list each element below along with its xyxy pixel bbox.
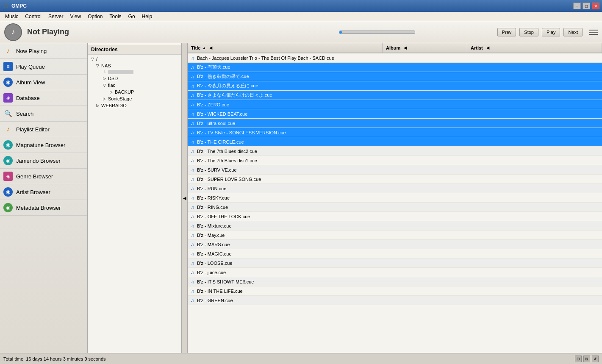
sidebar-item-now-playing[interactable]: ♪ Now Playing: [0, 43, 87, 59]
menu-control[interactable]: Control: [22, 13, 45, 20]
expand-icon[interactable]: ▷: [94, 103, 100, 108]
sidebar-item-metadata-browser[interactable]: ◉ Metadata Browser: [0, 200, 87, 216]
file-row[interactable]: ♫B'z - THE CIRCLE.cue: [188, 137, 602, 147]
file-music-icon: ♫: [188, 242, 197, 247]
dir-item-flac[interactable]: ▽ flac: [88, 82, 181, 89]
dir-item-backup[interactable]: ▷ BACKUP: [88, 89, 181, 95]
dir-item-dsd[interactable]: ▷ DSD: [88, 75, 181, 82]
file-row[interactable]: ♫B'z - juice.cue: [188, 268, 602, 277]
sidebar-label-search: Search: [16, 111, 33, 117]
file-music-icon: ♫: [188, 223, 197, 228]
window-controls: − □ ✕: [573, 3, 599, 9]
stop-button[interactable]: Stop: [519, 28, 538, 36]
col-resize-artist[interactable]: ◀: [485, 46, 491, 50]
file-row[interactable]: ♫B'z - MARS.cue: [188, 240, 602, 249]
jamendo-icon: ◉: [3, 156, 13, 165]
file-row[interactable]: ♫B'z - WICKED BEAT.cue: [188, 109, 602, 119]
col-header-title[interactable]: Title ▲ ◀: [188, 43, 383, 53]
directory-panel: Directories ▽ / ▽ NAS └ ▷ DSD ▽ flac: [88, 43, 182, 353]
file-row[interactable]: ♫B'z - OFF THE LOCK.cue: [188, 212, 602, 221]
file-name: B'z - SURVIVE.cue: [197, 167, 383, 172]
prev-button[interactable]: Prev: [497, 28, 516, 36]
menu-help[interactable]: Help: [139, 13, 156, 20]
menu-music[interactable]: Music: [2, 13, 22, 20]
file-row[interactable]: ♫B'z - SUPER LOVE SONG.cue: [188, 175, 602, 184]
col-resize-title[interactable]: ◀: [208, 46, 214, 50]
expand-icon[interactable]: ▽: [101, 83, 107, 87]
sidebar-item-album-view[interactable]: ◉ Album View: [0, 75, 87, 90]
dir-item-nas-sub[interactable]: └: [88, 69, 181, 75]
file-row[interactable]: ♫B'z - 熱き鼓動の果て.cue: [188, 72, 602, 81]
now-playing-icon: ♪: [3, 46, 13, 56]
menu-view[interactable]: View: [67, 13, 84, 20]
maximize-button[interactable]: □: [583, 3, 590, 9]
play-button[interactable]: Play: [542, 28, 560, 36]
col-header-album[interactable]: Album ◀: [383, 43, 467, 53]
file-row[interactable]: ♫B'z - TV Style - SONGLESS VERSION.cue: [188, 128, 602, 137]
dir-name: NAS: [101, 63, 111, 68]
sidebar-item-magnatune-browser[interactable]: ◉ Magnatune Browser: [0, 137, 87, 153]
file-row[interactable]: ♫B'z - The 7th Blues disc1.cue: [188, 156, 602, 165]
file-row[interactable]: ♫B'z - SURVIVE.cue: [188, 165, 602, 175]
file-row[interactable]: ♫B'z - RUN.cue: [188, 184, 602, 193]
main-area: ♪ Now Playing ≡ Play Queue ◉ Album View …: [0, 43, 602, 353]
menu-tools[interactable]: Tools: [106, 13, 125, 20]
close-button[interactable]: ✕: [592, 3, 599, 9]
collapse-button[interactable]: ◀: [182, 43, 188, 353]
file-row[interactable]: ♫B'z - MAGIC.cue: [188, 249, 602, 258]
file-row[interactable]: ♫B'z - ZERO.cue: [188, 100, 602, 109]
file-row[interactable]: ♫B'z - LOOSE.cue: [188, 258, 602, 268]
file-row[interactable]: ♫B'z - May.cue: [188, 231, 602, 240]
file-row[interactable]: ♫B'z - IT'S SHOWTIME!!.cue: [188, 277, 602, 286]
expand-icon[interactable]: ▷: [101, 97, 107, 101]
sidebar-item-playlist-editor[interactable]: ♪ Playlist Editor: [0, 122, 87, 137]
file-name: B'z - MARS.cue: [197, 242, 383, 247]
artist-icon: ◉: [3, 187, 13, 197]
file-music-icon: ♫: [188, 251, 197, 256]
expand-icon[interactable]: ▷: [108, 90, 114, 94]
dir-item-root[interactable]: ▽ /: [88, 56, 181, 62]
file-row[interactable]: ♫B'z - RISKY.cue: [188, 193, 602, 203]
sidebar-item-play-queue[interactable]: ≡ Play Queue: [0, 59, 87, 75]
sidebar-item-genre-browser[interactable]: ◈ Genre Browser: [0, 169, 87, 184]
menu-option[interactable]: Option: [84, 13, 106, 20]
file-row[interactable]: ♫Bach - Jacques Loussier Trio - The Best…: [188, 53, 602, 63]
dir-item-nas[interactable]: ▽ NAS: [88, 62, 181, 69]
statusbar: Total time: 16 days 14 hours 3 minutes 9…: [0, 353, 602, 364]
menu-icon[interactable]: [589, 28, 598, 36]
sidebar-item-jamendo-browser[interactable]: ◉ Jamendo Browser: [0, 153, 87, 169]
file-row[interactable]: ♫B'z - IN THE LIFE.cue: [188, 286, 602, 296]
col-resize-album[interactable]: ◀: [402, 46, 408, 50]
menu-server[interactable]: Server: [45, 13, 67, 20]
next-button[interactable]: Next: [563, 28, 583, 36]
file-row[interactable]: ♫B'z - さよなら傷だらけの日々よ.cue: [188, 91, 602, 100]
dir-item-webradio[interactable]: ▷ WEBRADIO: [88, 102, 181, 109]
file-row[interactable]: ♫B'z - The 7th Blues disc2.cue: [188, 147, 602, 156]
playlist-editor-icon: ♪: [3, 125, 13, 134]
file-name: B'z - さよなら傷だらけの日々よ.cue: [197, 92, 383, 98]
status-icon-1[interactable]: ⊟: [575, 356, 582, 362]
progress-bar[interactable]: [339, 31, 415, 34]
status-text: Total time: 16 days 14 hours 3 minutes 9…: [3, 356, 106, 361]
expand-icon[interactable]: ▷: [101, 76, 107, 81]
status-icon-2[interactable]: ⊠: [583, 356, 590, 362]
file-row[interactable]: ♫B'z - Mixture.cue: [188, 221, 602, 231]
file-row[interactable]: ♫B'z - RING.cue: [188, 203, 602, 212]
expand-icon[interactable]: ▽: [89, 57, 95, 61]
sidebar-item-search[interactable]: 🔍 Search: [0, 106, 87, 122]
sidebar-item-artist-browser[interactable]: ◉ Artist Browser: [0, 184, 87, 200]
dir-item-sonicstage[interactable]: ▷ SonicStage: [88, 95, 181, 102]
minimize-button[interactable]: −: [573, 3, 581, 9]
expand-icon[interactable]: ▽: [94, 64, 100, 68]
progress-fill: [339, 31, 341, 33]
menubar: Music Control Server View Option Tools G…: [0, 12, 602, 21]
file-row[interactable]: ♫B'z - GREEN.cue: [188, 296, 602, 305]
directory-tree: ▽ / ▽ NAS └ ▷ DSD ▽ flac ▷ BACKUP: [88, 55, 181, 110]
file-row[interactable]: ♫B'z - ultra soul.cue: [188, 119, 602, 128]
col-header-artist[interactable]: Artist ◀: [467, 43, 602, 53]
file-row[interactable]: ♫B'z - 有頂天.cue: [188, 63, 602, 72]
menu-go[interactable]: Go: [125, 13, 139, 20]
sidebar-item-database[interactable]: ◈ Database: [0, 90, 87, 106]
status-icon-3[interactable]: ↺: [592, 356, 599, 362]
file-row[interactable]: ♫B'z - 今夜月の見える丘に.cue: [188, 81, 602, 91]
